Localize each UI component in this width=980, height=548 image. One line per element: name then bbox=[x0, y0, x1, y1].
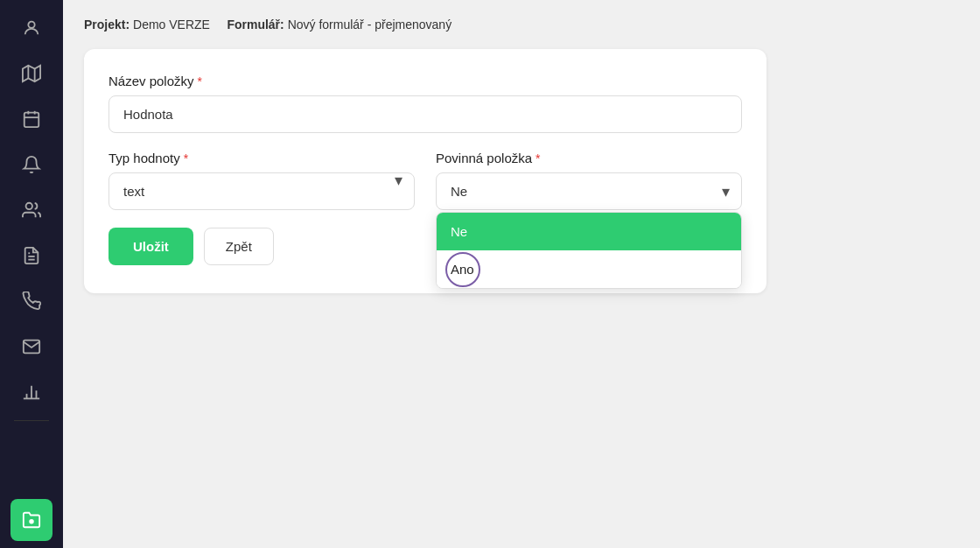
svg-marker-1 bbox=[23, 66, 40, 81]
sidebar-item-chart[interactable] bbox=[10, 371, 52, 413]
svg-point-0 bbox=[28, 22, 34, 28]
povinna-label: Povinná položka * bbox=[436, 151, 742, 165]
breadcrumb-header: Projekt: Demo VERZE Formulář: Nový formu… bbox=[84, 18, 959, 32]
sidebar-item-phone[interactable] bbox=[10, 280, 52, 322]
sidebar-item-profile[interactable] bbox=[10, 7, 52, 49]
main-content: Projekt: Demo VERZE Formulář: Nový formu… bbox=[63, 0, 980, 548]
povinna-required-star: * bbox=[536, 151, 540, 165]
save-button[interactable]: Uložit bbox=[108, 228, 193, 265]
dropdown-option-ne[interactable]: Ne bbox=[437, 213, 741, 250]
nazev-label: Název položky * bbox=[108, 74, 742, 88]
sidebar-item-document[interactable] bbox=[10, 235, 52, 277]
sidebar-item-users[interactable] bbox=[10, 189, 52, 231]
povinna-select[interactable]: Ne Ano bbox=[436, 172, 742, 210]
formular-value: Nový formulář - přejmenovaný bbox=[288, 18, 452, 32]
typ-label: Typ hodnoty * bbox=[108, 151, 415, 165]
typ-select-wrapper: Typ hodnoty * text number date ▾ bbox=[108, 151, 415, 210]
nazev-input[interactable] bbox=[108, 95, 742, 133]
projekt-label: Projekt: bbox=[84, 18, 130, 32]
sidebar-item-mail[interactable] bbox=[10, 326, 52, 368]
povinna-select-container: Ne Ano ▾ Ne Ano bbox=[436, 172, 742, 210]
projekt-value: Demo VERZE bbox=[133, 18, 210, 32]
sidebar-divider bbox=[14, 420, 49, 421]
nazev-field-group: Název položky * bbox=[108, 74, 742, 133]
row-fields: Typ hodnoty * text number date ▾ Povinná… bbox=[108, 151, 742, 210]
form-card: Název položky * Typ hodnoty * text numbe… bbox=[84, 49, 766, 293]
sidebar-item-calendar[interactable] bbox=[10, 98, 52, 140]
sidebar-item-notifications[interactable] bbox=[10, 144, 52, 186]
dropdown-option-ano[interactable]: Ano bbox=[437, 250, 741, 288]
sidebar-item-map[interactable] bbox=[10, 53, 52, 95]
sidebar bbox=[0, 0, 63, 548]
povinna-dropdown: Ne Ano bbox=[436, 212, 742, 289]
povinna-select-wrapper: Povinná položka * Ne Ano ▾ Ne Ano bbox=[436, 151, 742, 210]
svg-point-15 bbox=[30, 520, 33, 523]
back-button[interactable]: Zpět bbox=[204, 228, 274, 265]
nazev-required-star: * bbox=[198, 74, 202, 88]
typ-required-star: * bbox=[184, 151, 188, 165]
svg-point-8 bbox=[26, 203, 32, 209]
formular-label: Formulář: bbox=[227, 18, 284, 32]
sidebar-item-folder-settings[interactable] bbox=[10, 499, 52, 541]
svg-rect-4 bbox=[24, 113, 39, 128]
typ-select[interactable]: text number date bbox=[108, 172, 415, 210]
